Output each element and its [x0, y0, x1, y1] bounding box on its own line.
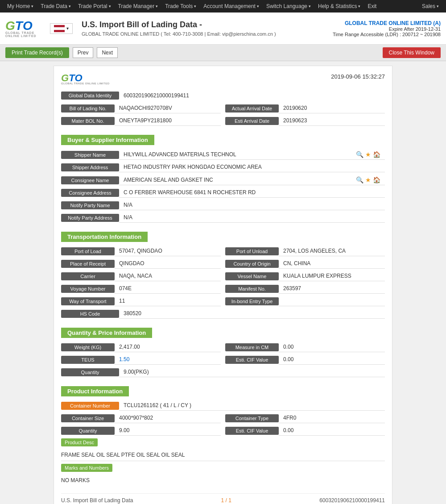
home-icon[interactable]: 🏠 [373, 176, 380, 183]
esti-cif-value: 0.00 [279, 355, 385, 365]
print-button-top[interactable]: Print Trade Record(s) [5, 47, 69, 58]
container-size-label: Container Size [61, 414, 115, 422]
nav-trade-tools[interactable]: Trade Tools ▾ [161, 3, 200, 9]
star-icon[interactable]: ★ [365, 176, 371, 183]
nav-help-statistics[interactable]: Help & Statistics ▾ [314, 3, 364, 9]
nav-trade-data[interactable]: Trade Data ▾ [37, 3, 74, 9]
search-icon[interactable]: 🔍 [356, 151, 363, 158]
notify-party-address-value: N/A [119, 213, 385, 223]
container-size-field: Container Size 4000*907*802 [61, 413, 221, 423]
nav-switch-language[interactable]: Switch Language ▾ [263, 3, 314, 9]
product-desc-value: FRAME SEAL OIL SEAL PTFE OIL SEAL OIL SE… [61, 449, 385, 461]
footer-title: U.S. Import Bill of Lading Data [61, 497, 133, 504]
search-icon[interactable]: 🔍 [356, 176, 363, 183]
master-bol-label: Mater BOL No. [61, 117, 115, 125]
chevron-down-icon: ▾ [69, 4, 71, 8]
close-button-top[interactable]: Close This Window [383, 47, 441, 58]
star-icon[interactable]: ★ [365, 151, 371, 158]
quantity-value: 9.00(PKG) [119, 367, 385, 377]
shipper-address-value: HETAO INDUSTRY PARK HONGDAO ECONOMIC ARE… [119, 162, 385, 172]
hs-code-label: HS Code [61, 310, 119, 318]
bol-value: NAQAOCHI9270708V [115, 104, 221, 113]
top-navigation: My Home ▾ Trade Data ▾ Trade Portal ▾ Tr… [0, 0, 446, 12]
place-of-receipt-field: Place of Receipt QINGDAO [61, 259, 221, 269]
master-bol-field: Mater BOL No. ONEYTA9PY2181800 [61, 116, 221, 126]
nav-trade-manager[interactable]: Trade Manager ▾ [115, 3, 162, 9]
expire-date: Expire After 2019-12-31 [333, 26, 441, 32]
marks-row: Marks and Numbers NO MARKS [61, 464, 385, 486]
consignee-name-value: AMERICAN SEAL AND GASKET INC [124, 177, 213, 183]
next-button-top[interactable]: Next [97, 47, 118, 58]
quantity-row: Quantity 9.00(PKG) [61, 367, 385, 377]
nav-exit[interactable]: Exit [364, 3, 380, 9]
carrier-label: Carrier [61, 272, 115, 280]
home-icon[interactable]: 🏠 [373, 151, 380, 158]
product-quantity-field: Quantity 9.00 [61, 426, 221, 436]
record-header: GTO GLOBAL TRADE ONLINE LIMITED 2019-09-… [61, 73, 385, 85]
footer-id: 6003201906210000199411 [319, 497, 385, 504]
footer-page: 1 / 1 [221, 497, 231, 504]
chevron-down-icon: ▾ [257, 4, 259, 8]
country-of-origin-label: Country of Origin [225, 260, 279, 268]
hs-code-row: HS Code 380520 [61, 309, 385, 319]
container-type-field: Container Type 4FR0 [225, 413, 385, 423]
page-title: U.S. Import Bill of Lading Data - [82, 20, 333, 29]
us-flag-icon [54, 25, 65, 32]
consignee-name-label: Consignee Name [61, 176, 119, 184]
bol-arrival-row: Bill of Lading No. NAQAOCHI9270708V Actu… [61, 104, 385, 113]
shipper-icons: 🔍 ★ 🏠 [356, 151, 380, 158]
product-desc-row: Product Desc FRAME SEAL OIL SEAL PTFE OI… [61, 438, 385, 461]
esti-cif-label: Esti. CIF Value [225, 356, 279, 364]
header-center: U.S. Import Bill of Lading Data - GLOBAL… [73, 20, 333, 37]
country-of-origin-value: CN, CHINA [279, 259, 385, 269]
shipper-name-row: Shipper Name HILYWILL ADVANCED MATERIALS… [61, 150, 385, 160]
port-of-unload-field: Port of Unload 2704, LOS ANGELES, CA [225, 246, 385, 256]
record-timestamp: 2019-09-06 15:32:27 [331, 73, 385, 80]
master-bol-row: Mater BOL No. ONEYTA9PY2181800 Esti Arri… [61, 116, 385, 126]
language-selector[interactable]: ▾ [50, 23, 73, 34]
port-of-load-label: Port of Load [61, 247, 115, 255]
chevron-down-icon: ▾ [31, 4, 33, 8]
actual-arrival-field: Actual Arrival Date 20190620 [225, 104, 385, 113]
prev-button-top[interactable]: Prev [73, 47, 94, 58]
teus-cif-row: TEUS 1.50 Esti. CIF Value 0.00 [61, 355, 385, 365]
notify-party-address-row: Notify Party Address N/A [61, 213, 385, 223]
voyage-number-value: 074E [115, 284, 221, 294]
actual-arrival-label: Actual Arrival Date [225, 104, 279, 112]
container-number-value: TCLU1261162 ( 41 / L / CY ) [119, 401, 385, 411]
chevron-down-icon: ▾ [109, 4, 111, 8]
esti-cif-field: Esti. CIF Value 0.00 [225, 355, 385, 365]
port-of-unload-value: 2704, LOS ANGELES, CA [279, 246, 385, 256]
product-esti-cif-label: Esti. CIF Value [225, 427, 279, 435]
way-of-transport-label: Way of Transport [61, 297, 115, 305]
nav-trade-portal[interactable]: Trade Portal ▾ [74, 3, 115, 9]
nav-account-management[interactable]: Account Management ▾ [200, 3, 263, 9]
place-of-receipt-label: Place of Receipt [61, 260, 115, 268]
chevron-down-icon: ▾ [194, 4, 196, 8]
notify-party-address-label: Notify Party Address [61, 214, 119, 222]
nav-sales[interactable]: Sales ▾ [418, 3, 442, 9]
global-data-identity-label: Global Data Identity [61, 92, 119, 100]
global-data-identity-value: 6003201906210000199411 [119, 91, 194, 100]
inbond-entry-field: In-bond Entry Type [225, 296, 385, 306]
chevron-down-icon: ▾ [309, 4, 311, 8]
product-desc-label: Product Desc [61, 438, 98, 446]
master-bol-value: ONEYTA9PY2181800 [115, 116, 221, 126]
logo-area: GTO GLOBAL TRADE ONLINE LIMITED ▾ [5, 17, 73, 40]
teus-label: TEUS [61, 356, 115, 364]
transportation-section-header: Transportation Information [61, 232, 148, 242]
main-content: GTO GLOBAL TRADE ONLINE LIMITED 2019-09-… [0, 61, 446, 504]
quantity-price-section-header: Quantity & Price Information [61, 328, 152, 338]
esti-arrival-value: 20190623 [279, 116, 385, 126]
measure-cm-value: 0.00 [279, 342, 385, 352]
hs-code-value: 380520 [119, 309, 385, 319]
esti-arrival-field: Esti Arrival Date 20190623 [225, 116, 385, 126]
marks-label: Marks and Numbers [61, 464, 112, 472]
port-of-unload-label: Port of Unload [225, 247, 279, 255]
nav-my-home[interactable]: My Home ▾ [4, 3, 37, 9]
company-logo: GTO GLOBAL TRADE ONLINE LIMITED [5, 17, 45, 40]
port-of-load-field: Port of Load 57047, QINGDAO [61, 246, 221, 256]
vessel-name-label: Vessel Name [225, 272, 279, 280]
weight-label: Weight (KG) [61, 343, 115, 351]
manifest-no-value: 263597 [279, 284, 385, 294]
